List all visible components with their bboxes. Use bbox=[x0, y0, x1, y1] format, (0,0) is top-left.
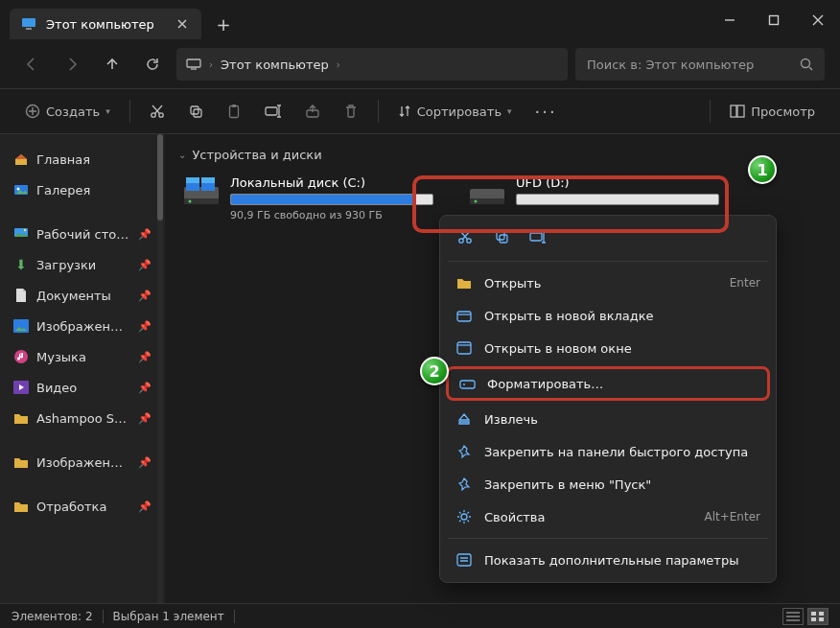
more-button[interactable]: ··· bbox=[525, 96, 567, 127]
svg-rect-35 bbox=[497, 232, 504, 240]
back-button[interactable] bbox=[15, 48, 48, 81]
cut-button[interactable] bbox=[140, 96, 175, 127]
forward-button[interactable] bbox=[56, 48, 88, 81]
svg-rect-1 bbox=[26, 28, 32, 30]
rename-button[interactable] bbox=[255, 96, 292, 127]
music-icon bbox=[13, 349, 29, 364]
ctx-show-more[interactable]: Показать дополнительные параметры bbox=[440, 544, 776, 576]
pin-icon bbox=[455, 443, 473, 460]
annotation-badge-1: 1 bbox=[748, 155, 777, 184]
ctx-open[interactable]: Открыть Enter bbox=[440, 267, 776, 299]
sidebar-item-videos[interactable]: Видео📌 bbox=[6, 372, 159, 403]
ctx-pin-start[interactable]: Закрепить в меню "Пуск" bbox=[440, 468, 776, 500]
sidebar-item-pictures[interactable]: Изображени…📌 bbox=[6, 311, 159, 341]
sidebar-item-folder[interactable]: Изображени…📌 bbox=[6, 447, 159, 477]
clipboard-icon bbox=[226, 104, 242, 119]
search-input[interactable]: Поиск в: Этот компьютер bbox=[575, 48, 825, 81]
svg-rect-39 bbox=[457, 342, 471, 354]
svg-rect-15 bbox=[737, 105, 744, 117]
group-header[interactable]: ⌄ Устройства и диски bbox=[178, 148, 827, 162]
drive-capacity-bar bbox=[516, 194, 719, 205]
sidebar-item-documents[interactable]: Документы📌 bbox=[6, 280, 159, 311]
gallery-icon bbox=[13, 182, 29, 198]
up-button[interactable] bbox=[96, 48, 128, 81]
view-icon bbox=[730, 105, 745, 118]
copy-button[interactable] bbox=[178, 96, 213, 127]
drive-local-c[interactable]: Локальный диск (C:) 90,9 ГБ свободно из … bbox=[178, 172, 437, 225]
sidebar-item-music[interactable]: Музыка📌 bbox=[6, 341, 159, 372]
video-icon bbox=[13, 380, 29, 395]
divider bbox=[710, 100, 711, 123]
tab-this-pc[interactable]: Этот компьютер bbox=[10, 9, 201, 39]
ctx-pin-quick-access[interactable]: Закрепить на панели быстрого доступа bbox=[440, 435, 776, 468]
share-button[interactable] bbox=[295, 96, 330, 127]
sidebar-item-folder[interactable]: Ashampoo Snap…📌 bbox=[6, 403, 159, 433]
titlebar: Этот компьютер + bbox=[0, 0, 840, 40]
drive-capacity-bar bbox=[230, 194, 433, 205]
breadcrumb[interactable]: › Этот компьютер › bbox=[176, 48, 568, 81]
ctx-open-new-tab[interactable]: Открыть в новой вкладке bbox=[440, 299, 776, 332]
sort-icon bbox=[398, 105, 411, 118]
tiles-view-button[interactable] bbox=[807, 608, 828, 625]
separator bbox=[448, 538, 768, 539]
window-controls bbox=[708, 0, 840, 40]
status-selection: Выбран 1 элемент bbox=[113, 610, 224, 623]
monitor-icon bbox=[186, 57, 201, 72]
drive-ufd-d[interactable]: UFD (D:) bbox=[464, 172, 723, 218]
details-view-button[interactable] bbox=[782, 608, 804, 625]
context-menu-quick-icons bbox=[440, 221, 776, 256]
svg-rect-45 bbox=[819, 612, 824, 616]
svg-point-17 bbox=[17, 188, 20, 191]
rename-icon[interactable] bbox=[528, 227, 548, 246]
create-button[interactable]: Создать ▾ bbox=[15, 96, 120, 127]
folder-icon bbox=[13, 410, 29, 426]
ctx-eject[interactable]: Извлечь bbox=[440, 403, 776, 435]
new-tab-button[interactable]: + bbox=[209, 10, 238, 38]
svg-rect-8 bbox=[191, 106, 198, 114]
copy-icon[interactable] bbox=[492, 227, 511, 246]
view-button[interactable]: Просмотр bbox=[720, 96, 825, 127]
paste-button[interactable] bbox=[217, 96, 251, 127]
more-options-icon bbox=[455, 551, 473, 569]
folder-icon bbox=[13, 499, 29, 514]
sidebar-item-downloads[interactable]: ⬇Загрузки📌 bbox=[6, 249, 159, 280]
folder-icon bbox=[13, 454, 29, 470]
close-tab-icon[interactable] bbox=[175, 16, 190, 32]
close-button[interactable] bbox=[796, 0, 840, 40]
scissors-icon[interactable] bbox=[455, 227, 475, 246]
document-icon bbox=[13, 288, 29, 303]
sidebar-gallery[interactable]: Галерея bbox=[6, 174, 159, 205]
divider bbox=[129, 100, 130, 123]
sort-button[interactable]: Сортировать ▾ bbox=[388, 96, 522, 127]
rename-icon bbox=[265, 104, 282, 119]
maximize-button[interactable] bbox=[752, 0, 796, 40]
sidebar-item-folder[interactable]: Отработка📌 bbox=[6, 491, 159, 522]
annotation-badge-2: 2 bbox=[420, 357, 449, 385]
ctx-open-new-window[interactable]: Открыть в новом окне bbox=[440, 332, 776, 364]
pin-icon: 📌 bbox=[138, 351, 152, 363]
usb-drive-icon bbox=[468, 175, 506, 214]
chevron-down-icon: ⌄ bbox=[178, 150, 186, 160]
svg-rect-12 bbox=[266, 107, 277, 115]
toolbar: Создать ▾ Сортировать ▾ ··· Просмотр bbox=[0, 88, 840, 134]
svg-rect-29 bbox=[201, 177, 215, 183]
chevron-down-icon: ▾ bbox=[507, 106, 512, 116]
ctx-properties[interactable]: Свойства Alt+Enter bbox=[440, 500, 776, 533]
delete-button[interactable] bbox=[334, 96, 368, 127]
svg-point-19 bbox=[24, 229, 26, 231]
refresh-button[interactable] bbox=[136, 48, 169, 81]
ctx-format[interactable]: Форматировать… bbox=[446, 366, 770, 401]
scissors-icon bbox=[150, 104, 165, 119]
sidebar-item-desktop[interactable]: Рабочий сто…📌 bbox=[6, 219, 159, 249]
share-icon bbox=[305, 104, 320, 119]
monitor-icon bbox=[21, 16, 36, 32]
file-explorer-window: Этот компьютер + › Этот компьютер › Поис… bbox=[0, 0, 840, 628]
drive-name: Локальный диск (C:) bbox=[230, 175, 433, 190]
svg-point-32 bbox=[475, 200, 478, 203]
sidebar-home[interactable]: Главная bbox=[6, 144, 159, 174]
pin-icon: 📌 bbox=[138, 320, 152, 333]
divider bbox=[378, 100, 379, 123]
minimize-button[interactable] bbox=[708, 0, 752, 40]
scrollbar-thumb[interactable] bbox=[157, 134, 163, 221]
copy-icon bbox=[188, 104, 203, 119]
